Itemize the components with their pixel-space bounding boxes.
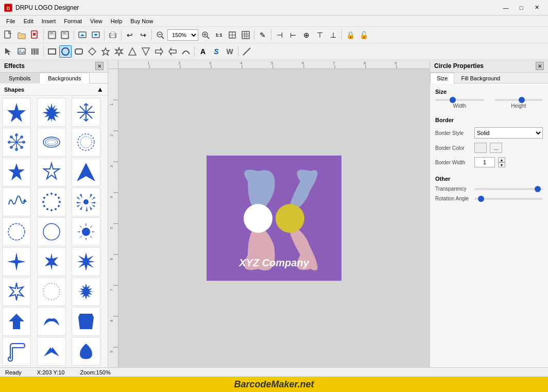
print-button[interactable] bbox=[107, 29, 119, 41]
star-button[interactable] bbox=[99, 45, 112, 58]
shape-star5[interactable] bbox=[37, 158, 66, 186]
rounded-rect-button[interactable] bbox=[73, 45, 85, 58]
transparency-slider[interactable] bbox=[474, 188, 543, 190]
minimize-button[interactable]: — bbox=[499, 3, 513, 13]
props-close-button[interactable]: ✕ bbox=[536, 62, 544, 70]
open-button[interactable] bbox=[15, 29, 28, 41]
canvas-content[interactable]: XYZ Company bbox=[118, 69, 430, 367]
close-file-button[interactable] bbox=[29, 29, 41, 41]
shape-star6[interactable] bbox=[2, 158, 31, 186]
shape-star4b[interactable] bbox=[2, 247, 31, 276]
shape-circle-dots[interactable] bbox=[37, 277, 66, 306]
shapes-scroll-area[interactable] bbox=[0, 96, 108, 367]
shape-star8[interactable] bbox=[72, 247, 100, 276]
border-style-select[interactable]: Solid None Dashed Dotted bbox=[474, 127, 543, 139]
tab-symbols[interactable]: Symbols bbox=[0, 73, 39, 83]
menu-item-edit[interactable]: Edit bbox=[20, 15, 38, 27]
border-width-up[interactable]: ▲ bbox=[498, 157, 505, 162]
import-button[interactable] bbox=[76, 29, 89, 41]
diamond-button[interactable] bbox=[86, 45, 98, 58]
border-color-pick-button[interactable]: ... bbox=[490, 143, 502, 153]
border-color-swatch[interactable] bbox=[474, 143, 487, 153]
shape-sunburst[interactable] bbox=[72, 188, 100, 216]
shape-teardrop[interactable] bbox=[72, 337, 100, 366]
width-slider[interactable] bbox=[435, 99, 484, 101]
new-button[interactable] bbox=[2, 29, 14, 41]
border-width-input[interactable] bbox=[474, 157, 495, 167]
tab-backgrounds[interactable]: Backgrounds bbox=[39, 73, 90, 83]
tab-size[interactable]: Size bbox=[430, 73, 454, 83]
shape-burst[interactable] bbox=[37, 98, 66, 127]
menu-item-buy-now[interactable]: Buy Now bbox=[126, 15, 157, 27]
export-button[interactable] bbox=[90, 29, 102, 41]
border-width-down[interactable]: ▼ bbox=[498, 162, 505, 167]
shape-snowflake2[interactable] bbox=[2, 128, 31, 157]
menu-item-format[interactable]: Format bbox=[60, 15, 86, 27]
menu-item-insert[interactable]: Insert bbox=[38, 15, 60, 27]
lock-button[interactable]: 🔒 bbox=[344, 29, 356, 41]
redo-button[interactable]: ↪ bbox=[137, 29, 149, 41]
shape-circle-dashes[interactable] bbox=[72, 128, 100, 157]
grid-button[interactable] bbox=[239, 29, 252, 41]
align-top-button[interactable]: ⊤ bbox=[314, 29, 326, 41]
border-width-row: Border Width ▲ ▼ bbox=[435, 157, 543, 167]
wordart-button[interactable]: S bbox=[210, 45, 222, 58]
shape-dots-circle[interactable] bbox=[37, 188, 66, 216]
shape-scroll[interactable] bbox=[2, 337, 31, 366]
shape-circle-spin[interactable] bbox=[2, 217, 31, 246]
shape-star4[interactable] bbox=[2, 98, 31, 127]
shape-snowflake[interactable] bbox=[72, 98, 100, 127]
align-bottom-button[interactable]: ⊥ bbox=[327, 29, 339, 41]
align-left-button[interactable]: ⊣ bbox=[273, 29, 286, 41]
shape-circle-empty[interactable] bbox=[37, 217, 66, 246]
triangle-button[interactable] bbox=[126, 45, 139, 58]
starburst-button[interactable] bbox=[113, 45, 125, 58]
save-as-button[interactable]: + bbox=[59, 29, 72, 41]
align-right-button[interactable]: ⊢ bbox=[287, 29, 299, 41]
image-button[interactable] bbox=[15, 45, 28, 58]
inv-triangle-button[interactable] bbox=[140, 45, 152, 58]
pencil-button[interactable]: ✎ bbox=[256, 29, 269, 41]
height-slider[interactable] bbox=[494, 99, 543, 101]
unlock-button[interactable]: 🔓 bbox=[357, 29, 370, 41]
arrow-right-shape-button[interactable] bbox=[153, 45, 165, 58]
menu-item-view[interactable]: View bbox=[86, 15, 107, 27]
watermark-button[interactable]: W bbox=[224, 45, 236, 58]
arrow-left-shape-button[interactable] bbox=[166, 45, 179, 58]
barcode-button[interactable] bbox=[29, 45, 41, 58]
effects-close-button[interactable]: ✕ bbox=[95, 62, 104, 70]
shape-tag[interactable] bbox=[72, 307, 100, 336]
tab-fill-background[interactable]: Fill Background bbox=[454, 73, 507, 83]
logo-canvas[interactable]: XYZ Company bbox=[207, 156, 341, 281]
zoom-fit-button[interactable] bbox=[226, 29, 238, 41]
select-button[interactable] bbox=[2, 45, 14, 58]
shape-oval-lines[interactable] bbox=[37, 128, 66, 157]
rotation-slider[interactable] bbox=[474, 198, 543, 200]
menu-item-file[interactable]: File bbox=[2, 15, 20, 27]
arc-button[interactable] bbox=[180, 45, 192, 58]
shape-circle-spiky[interactable] bbox=[72, 217, 100, 246]
zoom-in-button[interactable] bbox=[199, 29, 212, 41]
zoom-actual-button[interactable]: 1:1 bbox=[213, 29, 225, 41]
close-button[interactable]: ✕ bbox=[529, 3, 544, 13]
align-center-button[interactable]: ⊕ bbox=[300, 29, 313, 41]
text-button[interactable]: A bbox=[197, 45, 209, 58]
zoom-out-button[interactable] bbox=[154, 29, 166, 41]
circle-button[interactable] bbox=[59, 45, 72, 58]
save-button[interactable] bbox=[46, 29, 58, 41]
rect-button[interactable] bbox=[46, 45, 58, 58]
shapes-scroll-up[interactable]: ▲ bbox=[97, 86, 104, 93]
shape-bird[interactable] bbox=[37, 307, 66, 336]
line-button[interactable] bbox=[241, 45, 253, 58]
shape-arrow-left2[interactable] bbox=[2, 307, 31, 336]
shape-star5b[interactable] bbox=[37, 247, 66, 276]
shape-arrow-sharp[interactable] bbox=[72, 158, 100, 186]
shape-star-hollow[interactable] bbox=[2, 277, 31, 306]
shape-burst-sm[interactable] bbox=[72, 277, 100, 306]
zoom-select[interactable]: 150% 100% 75% 50% 200% bbox=[167, 29, 198, 41]
undo-button[interactable]: ↩ bbox=[124, 29, 136, 41]
shape-arrow-wave[interactable] bbox=[2, 188, 31, 216]
shape-bird2[interactable] bbox=[37, 337, 66, 366]
maximize-button[interactable]: □ bbox=[514, 3, 528, 13]
menu-item-help[interactable]: Help bbox=[107, 15, 127, 27]
